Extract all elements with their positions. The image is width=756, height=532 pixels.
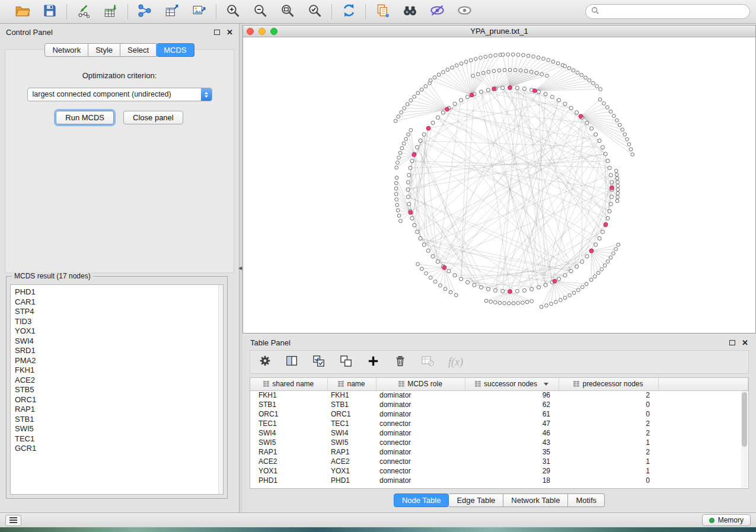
result-item[interactable]: SRD1 — [15, 346, 222, 356]
table-scrollbar-thumb[interactable] — [742, 392, 747, 447]
result-item[interactable]: PMA2 — [15, 356, 222, 366]
export-network-icon — [137, 3, 152, 21]
tab-motifs[interactable]: Motifs — [568, 493, 605, 507]
float-table-panel-icon[interactable] — [729, 340, 735, 345]
result-item[interactable]: ACE2 — [15, 376, 222, 386]
run-mcds-button[interactable]: Run MCDS — [56, 111, 114, 124]
result-item[interactable]: TID3 — [15, 317, 222, 327]
import-table-button[interactable] — [102, 3, 120, 21]
minimize-window-icon[interactable] — [259, 28, 266, 35]
optimization-criterion-label: Optimization criterion: — [5, 71, 234, 80]
float-panel-icon[interactable] — [214, 30, 220, 35]
result-item[interactable]: RAP1 — [15, 405, 222, 415]
result-item[interactable]: SWI4 — [15, 336, 222, 347]
splitter-collapse-icon[interactable]: ◀ — [238, 265, 242, 271]
deselect-all-button[interactable] — [339, 354, 353, 370]
result-item[interactable]: TEC1 — [15, 434, 222, 444]
import-network-button[interactable] — [75, 3, 92, 21]
close-window-icon[interactable] — [247, 28, 254, 35]
show-columns-button[interactable] — [285, 354, 298, 370]
table-scrollbar[interactable] — [741, 391, 748, 488]
mcds-result-list[interactable]: PHD1CAR1STP4TID3YOX1SWI4SRD1PMA2FKH1ACE2… — [10, 284, 224, 495]
table-row[interactable]: TEC1TEC1connector472 — [250, 419, 748, 428]
network-window: YPA_prune.txt_1 — [243, 25, 756, 334]
table-row[interactable]: STB1STB1dominator620 — [250, 400, 748, 409]
table-row[interactable]: SWI5SWI5connector431 — [250, 438, 748, 447]
tab-node-table[interactable]: Node Table — [394, 493, 449, 507]
hide-details-button[interactable] — [428, 3, 446, 21]
sort-descending-icon — [544, 383, 548, 386]
save-icon — [43, 4, 57, 20]
table-row[interactable]: ACE2ACE2connector311 — [250, 457, 748, 466]
table-row[interactable]: FKH1FKH1dominator962 — [250, 390, 748, 400]
table-panel-header: Table Panel ✕ — [243, 335, 756, 350]
import-network-icon — [76, 3, 91, 21]
maximize-window-icon[interactable] — [270, 28, 277, 35]
status-menu-button[interactable] — [5, 515, 21, 526]
tab-select[interactable]: Select — [120, 43, 157, 57]
tab-network[interactable]: Network — [44, 43, 88, 57]
tab-edge-table[interactable]: Edge Table — [449, 493, 503, 507]
memory-button[interactable]: Memory — [702, 514, 751, 526]
close-table-panel-icon[interactable]: ✕ — [742, 339, 748, 347]
zoom-selected-button[interactable] — [306, 3, 324, 21]
node-table: shared name name MCDS role successor nod… — [250, 377, 749, 489]
criterion-dropdown[interactable]: largest connected component (undirected) — [27, 88, 212, 101]
desktop-wallpaper-strip — [0, 527, 756, 532]
result-item[interactable]: SWI5 — [15, 424, 222, 434]
column-header-name[interactable]: name — [327, 378, 376, 390]
column-header-mcds-role[interactable]: MCDS role — [376, 378, 465, 390]
result-item[interactable]: STP4 — [15, 307, 222, 317]
network-svg[interactable] — [243, 37, 755, 333]
column-header-shared-name[interactable]: shared name — [250, 378, 327, 390]
result-list-scrollbar[interactable] — [218, 285, 223, 494]
table-row[interactable]: SWI4SWI4dominator462 — [250, 428, 748, 438]
add-column-button[interactable] — [366, 354, 380, 370]
result-item[interactable]: YOX1 — [15, 326, 222, 336]
column-header-successor-nodes[interactable]: successor nodes — [465, 378, 559, 390]
table-row[interactable]: RAP1RAP1dominator352 — [250, 447, 748, 457]
table-settings-button[interactable] — [259, 354, 272, 370]
export-image-button[interactable] — [190, 3, 208, 21]
save-session-button[interactable] — [41, 3, 59, 21]
search-input[interactable] — [603, 8, 744, 16]
table-panel-tabs: Node TableEdge TableNetwork TableMotifs — [243, 493, 756, 507]
export-image-icon — [192, 3, 207, 21]
column-header-predecessor-nodes[interactable]: predecessor nodes — [559, 378, 658, 390]
result-item[interactable]: STB5 — [15, 385, 222, 395]
zoom-in-button[interactable] — [224, 3, 242, 21]
zoom-selected-icon — [307, 3, 323, 21]
tab-network-table[interactable]: Network Table — [503, 493, 568, 507]
mcds-result-group: MCDS result (17 nodes) PHD1CAR1STP4TID3Y… — [6, 276, 228, 499]
binoculars-button[interactable] — [401, 3, 419, 21]
zoom-out-button[interactable] — [251, 3, 269, 21]
tab-style[interactable]: Style — [88, 43, 120, 57]
import-table-icon — [103, 3, 119, 21]
refresh-icon — [341, 2, 357, 21]
result-item[interactable]: STB1 — [15, 415, 222, 425]
export-network-button[interactable] — [136, 3, 154, 21]
delete-column-button[interactable] — [394, 354, 407, 370]
result-item[interactable]: FKH1 — [15, 366, 222, 376]
result-item[interactable]: GCR1 — [15, 444, 222, 454]
result-item[interactable]: PHD1 — [15, 287, 222, 297]
copy-document-button[interactable] — [374, 3, 391, 21]
result-item[interactable]: ORC1 — [15, 395, 222, 405]
select-all-button[interactable] — [312, 354, 326, 370]
network-titlebar[interactable]: YPA_prune.txt_1 — [243, 25, 755, 37]
refresh-button[interactable] — [340, 3, 358, 21]
zoom-fit-button[interactable] — [279, 3, 296, 21]
show-details-button[interactable] — [455, 3, 473, 21]
binoculars-icon — [402, 2, 418, 21]
search-field[interactable] — [585, 4, 750, 19]
close-panel-icon[interactable]: ✕ — [227, 28, 233, 36]
result-item[interactable]: CAR1 — [15, 297, 222, 307]
open-session-button[interactable] — [14, 3, 31, 21]
table-row[interactable]: ORC1ORC1dominator610 — [250, 409, 748, 419]
search-icon — [591, 7, 599, 17]
export-table-button[interactable] — [163, 3, 181, 21]
close-panel-button[interactable]: Close panel — [123, 111, 183, 124]
table-row[interactable]: YOX1YOX1connector291 — [250, 466, 748, 476]
table-row[interactable]: PHD1PHD1dominator180 — [250, 476, 748, 485]
tab-mcds[interactable]: MCDS — [157, 43, 194, 57]
